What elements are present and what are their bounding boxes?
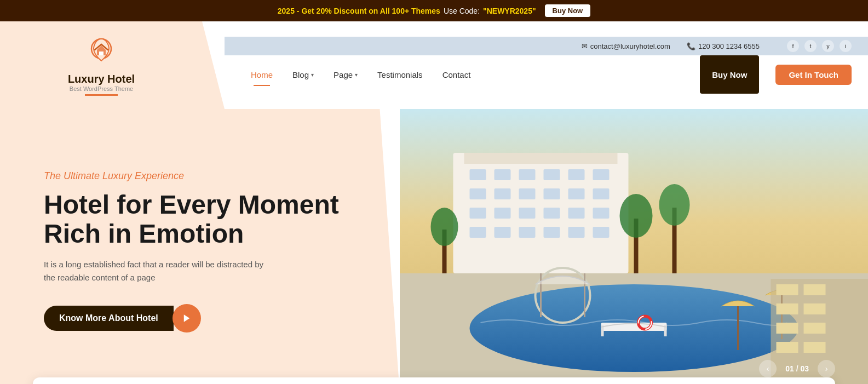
svg-rect-54 [777,323,798,334]
phone-contact: 📞 120 300 1234 6555 [687,42,760,50]
social-icons: f t y i [787,40,852,52]
svg-rect-20 [495,208,511,219]
logo-icon [85,35,118,67]
facebook-icon[interactable]: f [787,40,799,52]
slider-nav: ‹ 01 / 03 › [759,360,835,377]
svg-rect-21 [519,208,536,219]
email-icon: ✉ [582,42,588,50]
svg-rect-14 [495,188,511,199]
logo[interactable]: Luxury Hotel Best WordPress Theme [68,35,135,96]
nav-item-page[interactable]: Page ▾ [324,66,367,84]
page-chevron: ▾ [355,72,358,78]
nav-item-contact[interactable]: Contact [433,66,481,84]
nav-item-testimonials[interactable]: Testimonials [367,66,433,84]
svg-rect-30 [593,227,610,238]
slider-prev-button[interactable]: ‹ [759,360,777,377]
svg-rect-17 [568,188,585,199]
svg-rect-22 [544,208,560,219]
top-banner: 2025 - Get 20% Discount on All 100+ Them… [0,0,868,21]
svg-rect-1 [99,51,104,55]
svg-rect-26 [495,227,511,238]
svg-rect-24 [593,208,610,219]
svg-rect-11 [568,169,585,180]
banner-promo: 2025 - Get 20% Discount on All 100+ Them… [278,7,440,15]
svg-rect-56 [777,342,798,353]
instagram-icon[interactable]: i [840,40,852,52]
logo-area: Luxury Hotel Best WordPress Theme [0,21,225,109]
phone-value: 120 300 1234 6555 [698,42,760,50]
hotel-scene [400,109,868,384]
banner-code: "NEWYR2025" [483,7,536,15]
youtube-icon[interactable]: y [822,40,834,52]
email-value: contact@luxuryhotel.com [590,42,670,50]
svg-rect-16 [544,188,560,199]
slider-next-button[interactable]: › [818,360,835,377]
header-top-info: ✉ contact@luxuryhotel.com 📞 120 300 1234… [225,37,868,55]
hero-left: The Ultimate Luxury Experience Hotel for… [0,109,400,384]
svg-rect-23 [568,208,585,219]
nav-item-home[interactable]: Home [241,66,283,84]
svg-marker-2 [183,315,189,323]
svg-point-32 [431,208,458,246]
svg-rect-57 [804,342,826,353]
svg-rect-12 [593,169,610,180]
banner-use-code: Use Code: [444,7,480,15]
nav-buy-button[interactable]: Buy Now [700,55,759,94]
booking-bar: 📍 Location Select Location ▾ 📊 Type Sele… [33,377,835,384]
svg-rect-29 [568,227,585,238]
slider-count: 01 / 03 [785,364,809,373]
svg-rect-27 [519,227,536,238]
twitter-icon[interactable]: t [804,40,817,52]
hero-description: It is a long established fact that a rea… [44,258,274,284]
svg-rect-6 [464,153,618,164]
hero-title: Hotel for Every Moment Rich in Emotion [44,191,356,249]
hero-image-area: ‹ 01 / 03 › [400,109,868,384]
svg-rect-8 [495,169,511,180]
hero-section: The Ultimate Luxury Experience Hotel for… [0,109,868,384]
svg-rect-10 [544,169,560,180]
svg-rect-50 [777,284,798,295]
banner-buy-button[interactable]: Buy Now [545,4,591,17]
header: Luxury Hotel Best WordPress Theme ✉ cont… [0,21,868,109]
svg-rect-18 [593,188,610,199]
svg-rect-9 [519,169,536,180]
play-icon [182,313,192,323]
header-right: ✉ contact@luxuryhotel.com 📞 120 300 1234… [225,37,868,94]
hero-cta: Know More About Hotel [44,304,356,333]
nav-item-blog[interactable]: Blog ▾ [283,66,324,84]
hero-subtitle: The Ultimate Luxury Experience [44,170,356,182]
svg-rect-28 [544,227,560,238]
blog-chevron: ▾ [311,72,314,78]
email-contact: ✉ contact@luxuryhotel.com [582,42,670,50]
svg-rect-53 [804,303,826,314]
svg-rect-13 [470,188,486,199]
svg-rect-25 [470,227,486,238]
logo-underline [85,94,118,96]
get-in-touch-button[interactable]: Get In Touch [775,65,852,85]
svg-rect-52 [777,303,798,314]
phone-icon: 📞 [687,42,695,50]
svg-rect-19 [470,208,486,219]
svg-point-36 [659,184,690,226]
logo-name: Luxury Hotel [68,73,135,85]
svg-rect-51 [804,284,826,295]
svg-point-34 [620,194,653,238]
know-more-button[interactable]: Know More About Hotel [44,306,174,331]
svg-rect-55 [804,323,826,334]
logo-tagline: Best WordPress Theme [68,85,135,92]
svg-rect-7 [470,169,486,180]
play-button[interactable] [173,304,201,333]
nav-area: Home Blog ▾ Page ▾ Testimonials Contact … [225,55,868,94]
svg-rect-15 [519,188,536,199]
nav-links: Home Blog ▾ Page ▾ Testimonials Contact [241,66,694,84]
